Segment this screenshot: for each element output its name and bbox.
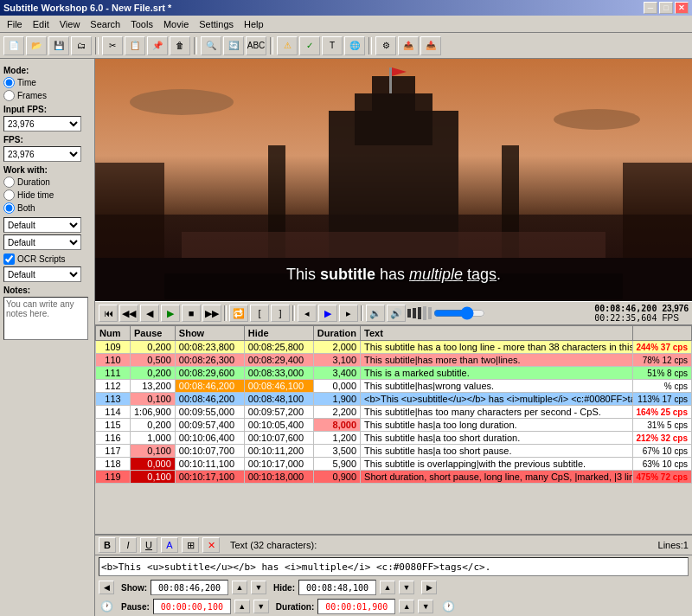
- menu-help[interactable]: Help: [239, 17, 269, 31]
- paste-button[interactable]: 📌: [147, 36, 168, 55]
- loop-button[interactable]: 🔁: [229, 305, 248, 322]
- mark-end-button[interactable]: ]: [271, 305, 290, 322]
- forward-button[interactable]: ▶▶: [202, 305, 221, 322]
- work-hide-radio[interactable]: [3, 189, 15, 201]
- menu-search[interactable]: Search: [85, 17, 125, 31]
- input-fps-select[interactable]: 23,976: [3, 116, 81, 132]
- work-both-radio[interactable]: [3, 202, 15, 214]
- new-button[interactable]: 📄: [3, 36, 24, 55]
- show-up-button[interactable]: ▲: [232, 581, 247, 594]
- copy-button[interactable]: 📋: [125, 36, 145, 55]
- maximize-button[interactable]: □: [659, 2, 673, 14]
- hide-down-button[interactable]: ▼: [399, 581, 414, 594]
- table-row[interactable]: 110 0,500 00:08:26,300 00:08:29,400 3,10…: [96, 354, 692, 367]
- vol-up-button[interactable]: 🔊: [387, 305, 406, 322]
- notes-label: Notes:: [3, 286, 91, 295]
- play-button[interactable]: ▶: [161, 305, 180, 322]
- hide-up-button[interactable]: ▲: [380, 581, 395, 594]
- table-row[interactable]: 112 13,200 00:08:46,200 00:08:46,100 0,0…: [96, 380, 692, 393]
- duration-down-button[interactable]: ▼: [418, 600, 433, 613]
- duration-up-button[interactable]: ▲: [399, 600, 414, 613]
- ocr-scripts-group: OCR Scripts: [3, 253, 91, 265]
- hide-input[interactable]: [298, 580, 376, 595]
- mode-frames-radio[interactable]: [3, 90, 15, 101]
- underline-button[interactable]: U: [140, 537, 157, 553]
- delete-button[interactable]: 🗑: [170, 36, 190, 55]
- table-row[interactable]: 114 1:06,900 00:09:55,000 00:09:57,200 2…: [96, 406, 692, 419]
- clear-format-button[interactable]: ✕: [202, 537, 220, 553]
- show-down-button[interactable]: ▼: [251, 581, 266, 594]
- duration-time-group: Duration: ▲ ▼: [276, 599, 433, 614]
- import-button[interactable]: 📥: [420, 36, 441, 55]
- pause-up-button[interactable]: ▲: [234, 600, 250, 613]
- work-duration-radio[interactable]: [3, 176, 15, 188]
- mode-time-label[interactable]: Time: [3, 77, 91, 88]
- format-button[interactable]: ⊞: [182, 537, 199, 553]
- prev-frame-button[interactable]: ◀◀: [119, 305, 138, 322]
- sub-prev-button[interactable]: ◂: [298, 305, 317, 322]
- work-hide-label[interactable]: Hide time: [3, 189, 91, 201]
- translate-button[interactable]: 🌐: [344, 36, 365, 55]
- work-both-label[interactable]: Both: [3, 202, 91, 214]
- default-select2[interactable]: Default: [3, 234, 81, 250]
- rewind-button[interactable]: ◀: [140, 305, 159, 322]
- mode-time-radio[interactable]: [3, 77, 15, 88]
- next-sub-button[interactable]: ▶: [421, 581, 437, 594]
- ocr-button[interactable]: T: [322, 36, 343, 55]
- subtitle-table-container[interactable]: Num Pause Show Hide Duration Text 109 0,…: [95, 325, 692, 535]
- input-fps-label: Input FPS:: [3, 105, 91, 114]
- fps-select[interactable]: 23,976: [3, 146, 81, 162]
- minimize-button[interactable]: ─: [644, 2, 657, 14]
- work-duration-label[interactable]: Duration: [3, 176, 91, 188]
- table-row[interactable]: 117 0,100 00:10:07,700 00:10:11,200 3,50…: [96, 445, 692, 458]
- open-button[interactable]: 📂: [26, 36, 47, 55]
- menu-file[interactable]: File: [2, 17, 28, 31]
- table-row[interactable]: 115 0,200 00:09:57,400 00:10:05,400 8,00…: [96, 419, 692, 432]
- pause-down-button[interactable]: ▼: [253, 600, 269, 613]
- volume-slider[interactable]: [433, 308, 485, 318]
- bold-button[interactable]: B: [99, 537, 116, 553]
- default-select3[interactable]: Default: [3, 266, 81, 282]
- table-row[interactable]: 109 0,200 00:08:23,800 00:08:25,800 2,00…: [96, 341, 692, 354]
- table-row-selected[interactable]: 113 0,100 00:08:46,200 00:08:48,100 1,90…: [96, 393, 692, 406]
- table-row[interactable]: 119 0,100 00:10:17,100 00:10:18,000 0,90…: [96, 471, 692, 484]
- sub-next-button[interactable]: ▸: [339, 305, 358, 322]
- spell-button[interactable]: ABC: [246, 36, 266, 55]
- cell-show: 00:10:11,100: [175, 458, 244, 471]
- duration-input[interactable]: [317, 599, 395, 614]
- close-button[interactable]: ✕: [675, 2, 689, 14]
- vol-down-button[interactable]: 🔉: [366, 305, 385, 322]
- goto-start-button[interactable]: ⏮: [99, 305, 118, 322]
- save-all-button[interactable]: 🗂: [71, 36, 92, 55]
- pause-input[interactable]: [153, 599, 231, 614]
- default-select1[interactable]: Default: [3, 217, 81, 233]
- menu-tools[interactable]: Tools: [125, 17, 158, 31]
- menu-view[interactable]: View: [54, 17, 86, 31]
- table-row[interactable]: 111 0,200 00:08:29,600 00:08:33,000 3,40…: [96, 367, 692, 380]
- settings-button[interactable]: ⚙: [375, 36, 396, 55]
- work-hide-group: Hide time: [3, 189, 91, 201]
- table-row[interactable]: 118 0,000 00:10:11,100 00:10:17,000 5,90…: [96, 458, 692, 471]
- menu-settings[interactable]: Settings: [194, 17, 239, 31]
- replace-button[interactable]: 🔄: [223, 36, 244, 55]
- mode-frames-label[interactable]: Frames: [3, 90, 91, 101]
- color-button[interactable]: A: [161, 537, 178, 553]
- save-button[interactable]: 💾: [48, 36, 69, 55]
- cut-button[interactable]: ✂: [102, 36, 123, 55]
- italic-button[interactable]: I: [119, 537, 137, 553]
- menu-movie[interactable]: Movie: [158, 17, 194, 31]
- prev-sub-button[interactable]: ◀: [99, 581, 114, 594]
- menu-edit[interactable]: Edit: [28, 17, 54, 31]
- sub-play-button[interactable]: ▶: [318, 305, 337, 322]
- check-button[interactable]: ✓: [299, 36, 320, 55]
- export-button[interactable]: 📤: [398, 36, 419, 55]
- ocr-scripts-checkbox[interactable]: [3, 253, 15, 265]
- mark-start-button[interactable]: [: [250, 305, 269, 322]
- find-button[interactable]: 🔍: [201, 36, 221, 55]
- table-row[interactable]: 116 1,000 00:10:06,400 00:10:07,600 1,20…: [96, 432, 692, 445]
- notes-box[interactable]: You can write any notes here.: [3, 297, 88, 340]
- show-input[interactable]: [151, 580, 228, 595]
- edit-input[interactable]: [99, 557, 689, 576]
- warn-button[interactable]: ⚠: [277, 36, 298, 55]
- stop-button[interactable]: ■: [182, 305, 201, 322]
